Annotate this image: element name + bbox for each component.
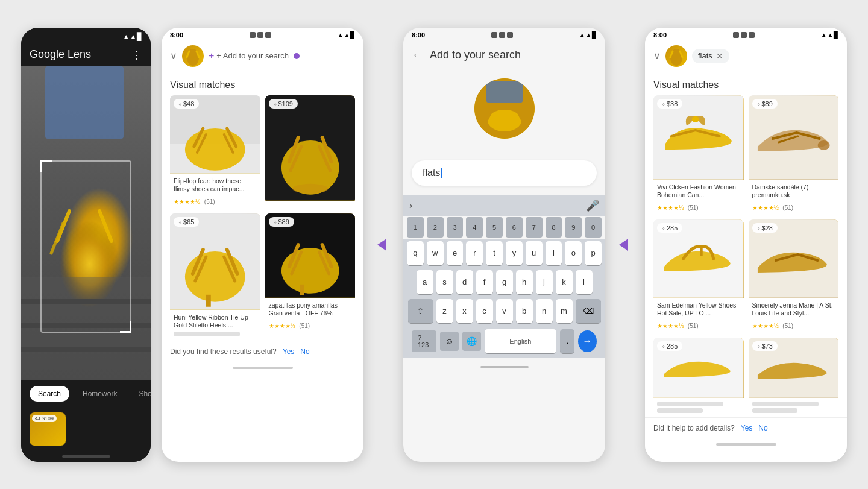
- key-4[interactable]: 4: [466, 217, 483, 238]
- placeholder-4-5: [657, 402, 723, 406]
- result-card-1[interactable]: ⬦ $48 Flip-flop fear: how these flimsy s…: [170, 95, 260, 209]
- shoe-image-dark: [21, 66, 151, 380]
- key-r[interactable]: r: [466, 241, 483, 265]
- key-3[interactable]: 3: [447, 217, 464, 238]
- key-x[interactable]: x: [456, 299, 473, 323]
- stars-4-4: ★★★★½: [752, 323, 779, 329]
- phone-add-search: 8:00 ▲▲▊ ← Add to your search: [403, 28, 605, 462]
- key-y[interactable]: y: [506, 241, 523, 265]
- key-1[interactable]: 1: [407, 217, 424, 238]
- result-card-4[interactable]: ⬦ $89 zapatillas pony amarillas Gran ven…: [265, 213, 356, 341]
- feedback-no-2[interactable]: No: [300, 347, 309, 356]
- key-g[interactable]: g: [496, 270, 513, 294]
- globe-icon[interactable]: 🌐: [462, 332, 481, 351]
- close-tag-icon[interactable]: ✕: [716, 51, 723, 61]
- emoji-icon[interactable]: ☺: [440, 332, 459, 351]
- result-card-4-6[interactable]: ⬦ $73: [749, 338, 839, 417]
- key-p[interactable]: p: [585, 241, 602, 265]
- key-o[interactable]: o: [565, 241, 582, 265]
- key-k[interactable]: k: [556, 270, 573, 294]
- key-c[interactable]: c: [476, 299, 493, 323]
- microphone-icon[interactable]: 🎤: [586, 199, 599, 212]
- keyboard-left-icon[interactable]: ›: [409, 200, 412, 211]
- send-button[interactable]: →: [578, 330, 597, 352]
- add-search-title: Add to your search: [430, 49, 521, 62]
- price-tag-2: ⬦ $109: [269, 99, 298, 109]
- key-period[interactable]: .: [560, 329, 574, 353]
- key-2[interactable]: 2: [427, 217, 444, 238]
- result-card-3[interactable]: ⬦ $65 Huni Yellow Ribbon Tie Up Gold Sti…: [170, 213, 260, 341]
- tab-homework[interactable]: Homework: [74, 386, 125, 402]
- key-b[interactable]: b: [516, 299, 533, 323]
- time-2: 8:00: [170, 31, 183, 39]
- key-e[interactable]: e: [447, 241, 464, 265]
- result-card-4-3[interactable]: ⬦ 285 Sam Edelman Yellow Shoes Hot Sale,…: [653, 219, 744, 333]
- result-card-4-2[interactable]: ⬦ $89 Dámske sandále (7) - premamku.sk ★…: [749, 95, 839, 215]
- price-tag-3: ⬦ $65: [174, 217, 199, 227]
- more-icon[interactable]: ⋮: [131, 48, 142, 62]
- key-123[interactable]: ?123: [412, 330, 436, 352]
- key-f[interactable]: f: [476, 270, 493, 294]
- key-n[interactable]: n: [536, 299, 553, 323]
- key-j[interactable]: j: [536, 270, 553, 294]
- key-u[interactable]: u: [526, 241, 542, 265]
- stars-4: ★★★★½: [269, 323, 295, 329]
- key-d[interactable]: d: [456, 270, 473, 294]
- result-card-4-1[interactable]: ⬦ $38 Vivi Clcken Fashion Women Bohemian…: [653, 95, 744, 215]
- svg-rect-32: [206, 295, 211, 307]
- key-v[interactable]: v: [496, 299, 513, 323]
- result-card-4-4[interactable]: ⬦ $28 Sincerely Jenna Marie | A St. Loui…: [749, 219, 839, 333]
- key-backspace[interactable]: ⌫: [576, 299, 601, 323]
- result-title-4-3: Sam Edelman Yellow Shoes Hot Sale, UP TO…: [657, 301, 740, 318]
- key-5[interactable]: 5: [486, 217, 503, 238]
- star-count-1: (51): [204, 198, 215, 205]
- search-bar-2[interactable]: ∨ + + Add to your search: [162, 40, 363, 72]
- result-title-3: Huni Yellow Ribbon Tie Up Gold Stiletto …: [174, 314, 257, 330]
- text-input-field[interactable]: flats: [412, 160, 597, 186]
- key-q[interactable]: q: [407, 241, 424, 265]
- arrow-2: [616, 236, 634, 254]
- app-bar-1: Google Lens ⋮: [21, 43, 151, 66]
- key-l[interactable]: l: [576, 270, 593, 294]
- search-bar-4[interactable]: ∨ flats ✕: [645, 40, 847, 72]
- back-arrow-icon[interactable]: ←: [412, 49, 423, 62]
- key-6[interactable]: 6: [506, 217, 523, 238]
- result-title-4-2: Dámske sandále (7) - premamku.sk: [752, 183, 835, 200]
- key-t[interactable]: t: [486, 241, 503, 265]
- results-grid-4: ⬦ $38 Vivi Clcken Fashion Women Bohemian…: [645, 95, 847, 418]
- feedback-yes-2[interactable]: Yes: [283, 347, 295, 356]
- key-space[interactable]: English: [485, 329, 557, 353]
- key-i[interactable]: i: [546, 241, 562, 265]
- feedback-yes-4[interactable]: Yes: [741, 424, 753, 432]
- key-7[interactable]: 7: [526, 217, 542, 238]
- result-info-4-3: Sam Edelman Yellow Shoes Hot Sale, UP TO…: [653, 298, 744, 333]
- tab-shopping[interactable]: Shoppi...: [130, 386, 151, 402]
- key-8[interactable]: 8: [546, 217, 562, 238]
- result-card-2[interactable]: ⬦ $109 Sorbern Yellow Satin Women Sandal…: [265, 95, 356, 204]
- key-h[interactable]: h: [516, 270, 533, 294]
- key-a[interactable]: a: [417, 270, 433, 294]
- chevron-down-icon-4[interactable]: ∨: [653, 50, 661, 62]
- result-img-4-3: ⬦ 285: [653, 219, 744, 298]
- phone-visual-matches: 8:00 ▲▲▊ ∨ + + Add to your search: [162, 28, 363, 462]
- key-shift[interactable]: ⇧: [408, 299, 433, 323]
- key-s[interactable]: s: [436, 270, 453, 294]
- feedback-no-4[interactable]: No: [758, 424, 767, 432]
- key-0[interactable]: 0: [585, 217, 602, 238]
- placeholder-4-6: [752, 402, 819, 406]
- svg-point-51: [692, 116, 699, 122]
- status-icons-1: ▲▲▊: [122, 33, 142, 41]
- result-info-4-1: Vivi Clcken Fashion Women Bohemian Can..…: [653, 180, 744, 215]
- key-m[interactable]: m: [556, 299, 573, 323]
- key-z[interactable]: z: [436, 299, 453, 323]
- result-card-4-5[interactable]: ⬦ 285: [653, 338, 744, 417]
- key-9[interactable]: 9: [565, 217, 582, 238]
- tab-search[interactable]: Search: [30, 386, 69, 402]
- notif-icons-4: [733, 32, 755, 38]
- svg-rect-39: [300, 285, 304, 295]
- feedback-text-4: Did it help to add details?: [653, 424, 735, 432]
- add-to-search-btn[interactable]: + + Add to your search: [209, 51, 355, 62]
- chevron-down-icon[interactable]: ∨: [170, 50, 177, 62]
- svg-point-25: [292, 183, 328, 193]
- key-w[interactable]: w: [427, 241, 444, 265]
